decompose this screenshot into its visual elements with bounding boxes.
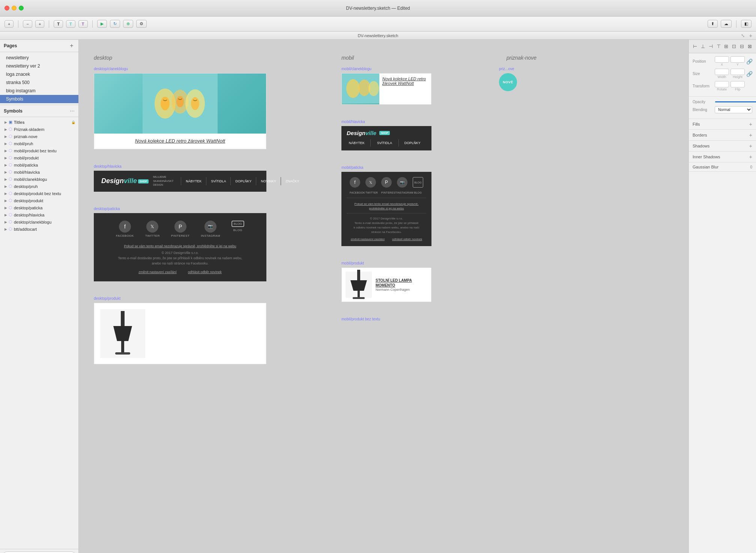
add-button[interactable]: + (5, 20, 14, 28)
mobil-logo-row: Designville SHOP (347, 130, 426, 136)
mobil-nav-doplnky[interactable]: DOPLŇKY (398, 139, 426, 147)
symbol-item-mobil-produkt[interactable]: ▶ ⬡ mobil/produkt (0, 154, 78, 161)
symbol-item-desktop-hlavicka[interactable]: ▶ ⬡ desktop/hlavicka (0, 211, 78, 218)
symbol-item-mobil-paticka[interactable]: ▶ ⬡ mobil/paticka (0, 161, 78, 168)
page-item-newslettery-ver2[interactable]: newslettery ver 2 (0, 62, 78, 70)
mobil-email-3: stránce na Facebooku. (371, 230, 401, 234)
expand-icon[interactable]: ⤡ (741, 33, 745, 38)
priznak-column: priz...ove NOVÉ (499, 67, 552, 106)
flip-input[interactable] (730, 81, 745, 87)
mobil-link-odhlasit[interactable]: odhlásit odběr novinek (392, 237, 422, 241)
right-inspector-panel: ⊢ ⊥ ⊣ ⊤ ⊞ ⊡ ⊟ ⊠ Position X Y (688, 40, 756, 553)
layers-button[interactable]: ⊕ (123, 20, 133, 28)
symbol-item-desktop-pruh[interactable]: ▶ ⬡ desktop/pruh (0, 183, 78, 190)
mobil-product-image (346, 272, 372, 298)
page-item-stranka[interactable]: stranka 500 (0, 78, 78, 87)
color-fill-button[interactable]: T (78, 20, 88, 28)
nav-item-novinky[interactable]: NOVINKY (256, 177, 281, 185)
symbols-options-icon[interactable]: ⋯ (70, 108, 75, 114)
mobil-social-labels: FACEBOOK TWITTER PINTEREST INSTAGRAM BLO… (347, 191, 426, 194)
symbol-item-btt-addtocart[interactable]: ▶ ⬡ btt/addtocart (0, 225, 78, 233)
zoom-out-button[interactable]: − (23, 20, 32, 28)
share-button[interactable]: ☁ (721, 20, 732, 28)
symbol-label: desktop/produkt (14, 198, 43, 203)
rotate-input[interactable] (715, 81, 729, 87)
symbol-item-desktop-paticka[interactable]: ▶ ⬡ desktop/paticka (0, 204, 78, 211)
mobil-article-title[interactable]: Nová kolekce LED retro žárovek WattNott (382, 77, 426, 86)
run-button[interactable]: ▶ (97, 20, 107, 28)
mobil-article-image (342, 74, 379, 104)
width-input[interactable] (715, 69, 729, 75)
symbol-label: desktop/pruh (14, 184, 38, 189)
page-item-symbols[interactable]: Symbols (0, 95, 78, 103)
align-left-icon[interactable]: ⊢ (693, 44, 697, 49)
nav-item-doplnky[interactable]: DOPLŇKY (230, 177, 256, 185)
mobil-nav-svitidla[interactable]: SVÍTIDLA (370, 139, 398, 147)
symbol-item-desktop-produkt[interactable]: ▶ ⬡ desktop/produkt (0, 197, 78, 204)
close-button[interactable] (5, 6, 9, 11)
paticka-link-odhlasit[interactable]: odhlásit odběr novinek (188, 270, 222, 274)
inspector-toggle-button[interactable]: ◧ (741, 20, 751, 28)
add-border-button[interactable]: + (749, 132, 752, 138)
distribute-v-icon[interactable]: ⊠ (748, 44, 752, 49)
nav-item-nabytek[interactable]: NÁBYTEK (181, 177, 206, 185)
article-title-link[interactable]: Nová kolekce LED retro žárovek WattNott (102, 138, 259, 144)
symbol-item-mobil-produkt-bez-textu[interactable]: ▶ ⬡ mobil/produkt bez textu (0, 147, 78, 154)
symbol-item-desktop-clanekblogu[interactable]: ▶ ⬡ desktop/clanekblogu (0, 218, 78, 225)
symbol-item-titles[interactable]: ▶ ▣ Titles 🔒 (0, 119, 78, 126)
symbol-item-desktop-produkt-bez-textu[interactable]: ▶ ⬡ desktop/produkt bez textu (0, 190, 78, 197)
add-page-button[interactable]: + (69, 43, 75, 49)
mobil-nav-nabytek[interactable]: NÁBYTEK (347, 139, 370, 147)
page-item-loga[interactable]: loga znacek (0, 70, 78, 78)
position-x-input[interactable] (715, 56, 729, 63)
mobil-nav: NÁBYTEK SVÍTIDLA DOPLŇKY (347, 139, 426, 147)
add-shadow-button[interactable]: + (749, 143, 752, 149)
align-middle-icon[interactable]: ⊞ (724, 44, 728, 49)
mobil-link-nezobrazuje[interactable]: Pokud se vám tento email nezobrazuje spr… (355, 202, 419, 210)
align-top-icon[interactable]: ⊤ (717, 44, 721, 49)
mobil-facebook-icon: f (350, 177, 360, 188)
symbol-item-mobil-hlavicka[interactable]: ▶ ⬡ mobil/hlavicka (0, 168, 78, 176)
new-tab-button[interactable]: + (749, 33, 752, 39)
filter-input[interactable] (3, 551, 75, 553)
nav-item-znacky[interactable]: ZNAČKY (281, 177, 304, 185)
nav-item-svitidla[interactable]: SVÍTIDLA (206, 177, 230, 185)
symbol-label: btt/addtocart (14, 227, 37, 231)
settings-button[interactable]: ⚙ (136, 20, 147, 28)
add-inner-shadow-button[interactable]: + (749, 154, 752, 160)
color-tool-button[interactable]: T (66, 20, 75, 28)
symbol-item-priznak-nove[interactable]: ▶ ⬡ priznak-nove (0, 133, 78, 140)
opacity-slider[interactable] (715, 101, 756, 102)
article-title-container: Nová kolekce LED retro žárovek WattNott (94, 134, 266, 149)
paticka-link-zmenit[interactable]: změnit nastavení zasílání (138, 270, 177, 274)
symbol-item-priznak-skladem[interactable]: ▶ ⬡ Priznak-skladem (0, 126, 78, 133)
canvas-area[interactable]: desktop mobil priznak-nove desktop/clane… (79, 40, 688, 553)
zoom-in-button[interactable]: + (35, 20, 44, 28)
page-item-blog[interactable]: blog instagram (0, 87, 78, 95)
mobil-link-zmenit[interactable]: změnit nastavení zasílání (351, 237, 385, 241)
page-item-newslettery[interactable]: newslettery (0, 54, 78, 62)
paticka-link-nezobrazuje[interactable]: Pokud se vám tento email nezobrazuje spr… (124, 244, 236, 248)
height-input[interactable] (730, 69, 745, 75)
align-center-icon[interactable]: ⊥ (701, 44, 705, 49)
minimize-button[interactable] (12, 6, 17, 11)
symbol-item-mobil-clanekblogu[interactable]: ▶ ⬡ mobil/clanekblogu (0, 176, 78, 183)
upload-button[interactable]: ⬆ (708, 20, 718, 28)
refresh-button[interactable]: ↻ (110, 20, 120, 28)
add-fill-button[interactable]: + (749, 121, 752, 127)
mobil-col-header: mobil (341, 55, 431, 61)
position-y-input[interactable] (730, 56, 745, 63)
distribute-h-icon[interactable]: ⊟ (740, 44, 744, 49)
maximize-button[interactable] (19, 6, 24, 11)
text-tool-button[interactable]: T (54, 20, 63, 28)
align-bottom-icon[interactable]: ⊡ (732, 44, 736, 49)
artboard-label-mobil-produkt-bez-textu: mobil/produkt bez textu (341, 317, 431, 321)
blending-select[interactable]: Normal (715, 106, 752, 113)
inner-shadows-label: Inner Shadows (693, 155, 720, 159)
artboard-mobil-paticka: mobil/paticka f 𝕏 P 📷 BLOG FACEBOOK (341, 165, 431, 246)
svg-rect-9 (121, 341, 124, 354)
artboard-mobil-hlavicka: mobil/hlavicka Designville SHOP NÁBYTEK … (341, 120, 431, 150)
symbol-item-mobil-pruh[interactable]: ▶ ⬡ mobil/pruh (0, 140, 78, 147)
symbol-label: mobil/pruh (14, 141, 33, 146)
align-right-icon[interactable]: ⊣ (709, 44, 713, 49)
